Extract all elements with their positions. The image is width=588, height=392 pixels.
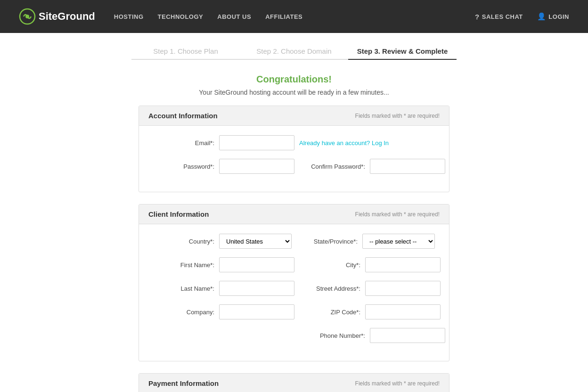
step-1-underline bbox=[131, 59, 240, 60]
login-link[interactable]: Already have an account? Log In bbox=[299, 139, 389, 147]
account-card-title: Account Information bbox=[148, 112, 218, 120]
country-label: Country*: bbox=[153, 238, 214, 245]
congrats-section: Congratulations! Your SiteGround hosting… bbox=[139, 74, 449, 96]
email-label: Email*: bbox=[153, 139, 214, 147]
login-label: LOGIN bbox=[548, 13, 569, 20]
zip-label: ZIP Code*: bbox=[299, 309, 360, 316]
svg-point-1 bbox=[25, 15, 29, 18]
password-input[interactable] bbox=[219, 159, 294, 174]
lastname-input[interactable] bbox=[219, 281, 294, 296]
firstname-label: First Name*: bbox=[153, 261, 214, 269]
company-zip-row: Company: ZIP Code*: bbox=[153, 304, 435, 319]
city-input[interactable] bbox=[365, 257, 441, 272]
step-3: Step 3. Review & Complete bbox=[348, 47, 457, 60]
street-label: Street Address*: bbox=[299, 285, 360, 292]
client-card-title: Client Information bbox=[148, 210, 209, 218]
zip-input[interactable] bbox=[365, 304, 441, 319]
sales-chat-button[interactable]: ? SALES CHAT bbox=[475, 13, 523, 21]
account-card: Account Information Fields marked with *… bbox=[139, 106, 449, 192]
phone-label: Phone Number*: bbox=[304, 332, 365, 339]
client-required-note: Fields marked with * are required! bbox=[355, 211, 440, 218]
client-card: Client Information Fields marked with * … bbox=[139, 204, 449, 361]
account-card-body: Email*: Already have an account? Log In … bbox=[139, 126, 449, 192]
company-input[interactable] bbox=[219, 304, 294, 319]
login-icon: 👤 bbox=[537, 12, 547, 21]
step-2: Step 2. Choose Domain bbox=[240, 47, 348, 60]
step-1: Step 1. Choose Plan bbox=[131, 47, 240, 60]
lastname-label: Last Name*: bbox=[153, 285, 214, 292]
payment-required-note: Fields marked with * are required! bbox=[355, 380, 440, 387]
login-button[interactable]: 👤 LOGIN bbox=[537, 12, 569, 21]
payment-card-title: Payment Information bbox=[148, 379, 219, 387]
street-input[interactable] bbox=[365, 281, 441, 296]
country-select[interactable]: United States United Kingdom Canada Aust… bbox=[219, 234, 292, 249]
sales-chat-label: SALES CHAT bbox=[482, 13, 523, 20]
nav-affiliates[interactable]: AFFILIATES bbox=[265, 13, 302, 20]
navbar: SiteGround HOSTING TECHNOLOGY ABOUT US A… bbox=[0, 0, 588, 33]
step-2-label: Step 2. Choose Domain bbox=[256, 47, 331, 59]
email-row: Email*: Already have an account? Log In bbox=[153, 135, 435, 150]
main-content: Congratulations! Your SiteGround hosting… bbox=[129, 69, 459, 392]
nav-hosting[interactable]: HOSTING bbox=[114, 13, 144, 20]
country-state-row: Country*: United States United Kingdom C… bbox=[153, 234, 435, 249]
logo-text: SiteGround bbox=[39, 10, 95, 23]
congrats-title: Congratulations! bbox=[139, 74, 449, 85]
logo-icon bbox=[19, 8, 36, 25]
step-3-label: Step 3. Review & Complete bbox=[357, 47, 448, 59]
password-label: Password*: bbox=[153, 163, 214, 170]
account-card-header: Account Information Fields marked with *… bbox=[139, 106, 449, 126]
client-card-header: Client Information Fields marked with * … bbox=[139, 204, 449, 224]
lastname-street-row: Last Name*: Street Address*: bbox=[153, 281, 435, 296]
nav-links: HOSTING TECHNOLOGY ABOUT US AFFILIATES bbox=[114, 13, 303, 20]
city-label: City*: bbox=[299, 261, 360, 269]
confirm-password-input[interactable] bbox=[370, 159, 445, 174]
logo: SiteGround bbox=[19, 8, 95, 25]
payment-card: Payment Information Fields marked with *… bbox=[139, 373, 449, 392]
nav-about[interactable]: ABOUT US bbox=[217, 13, 251, 20]
nav-right: ? SALES CHAT 👤 LOGIN bbox=[475, 12, 569, 21]
phone-input[interactable] bbox=[370, 328, 445, 343]
step-1-label: Step 1. Choose Plan bbox=[153, 47, 218, 59]
payment-card-header: Payment Information Fields marked with *… bbox=[139, 374, 449, 392]
phone-row: Phone Number*: bbox=[153, 328, 435, 343]
account-required-note: Fields marked with * are required! bbox=[355, 113, 440, 119]
nav-technology[interactable]: TECHNOLOGY bbox=[158, 13, 204, 20]
step-2-underline bbox=[240, 59, 348, 60]
confirm-password-label: Confirm Password*: bbox=[299, 163, 365, 170]
state-select[interactable]: -- please select -- bbox=[362, 234, 435, 249]
state-label: State/Province*: bbox=[296, 238, 358, 245]
step-3-underline bbox=[348, 59, 457, 60]
steps-indicator: Step 1. Choose Plan Step 2. Choose Domai… bbox=[0, 33, 588, 69]
email-input[interactable] bbox=[219, 135, 294, 150]
chat-icon: ? bbox=[475, 13, 480, 21]
client-card-body: Country*: United States United Kingdom C… bbox=[139, 224, 449, 361]
firstname-input[interactable] bbox=[219, 257, 294, 272]
company-label: Company: bbox=[153, 309, 214, 316]
congrats-subtitle: Your SiteGround hosting account will be … bbox=[139, 89, 449, 96]
nav-left: SiteGround HOSTING TECHNOLOGY ABOUT US A… bbox=[19, 8, 302, 25]
firstname-city-row: First Name*: City*: bbox=[153, 257, 435, 272]
password-row: Password*: Confirm Password*: bbox=[153, 159, 435, 174]
